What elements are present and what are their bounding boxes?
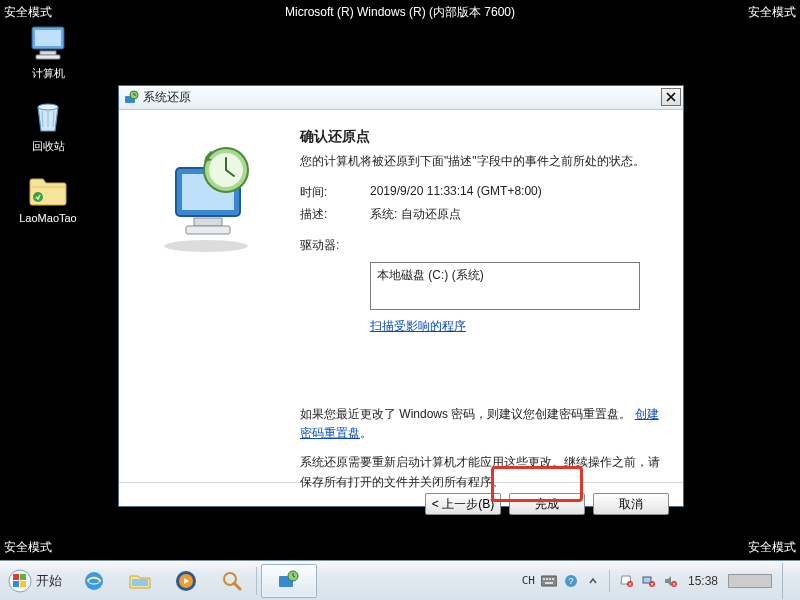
desc-label: 描述: bbox=[300, 206, 370, 223]
advice-block: 如果您最近更改了 Windows 密码，则建议您创建密码重置盘。 创建密码重置盘… bbox=[300, 405, 665, 492]
wizard-restore-icon bbox=[146, 138, 266, 258]
safe-mode-bl: 安全模式 bbox=[4, 539, 52, 556]
cancel-button[interactable]: 取消 bbox=[593, 493, 669, 515]
taskbar-magnifier[interactable] bbox=[210, 564, 254, 598]
desktop-icon-recycle[interactable]: 回收站 bbox=[12, 97, 84, 154]
safe-mode-tl: 安全模式 bbox=[4, 4, 52, 21]
keyboard-icon[interactable] bbox=[541, 573, 557, 589]
taskbar-media-player[interactable] bbox=[164, 564, 208, 598]
svg-rect-17 bbox=[20, 574, 26, 580]
network-icon[interactable]: ✕ bbox=[640, 573, 656, 589]
wizard-heading: 确认还原点 bbox=[300, 128, 665, 146]
drives-row: 驱动器: bbox=[300, 237, 665, 254]
ie-icon bbox=[81, 568, 107, 594]
wizard-content-pane: 确认还原点 您的计算机将被还原到下面"描述"字段中的事件之前所处的状态。 时间:… bbox=[292, 110, 683, 482]
wizard-subtitle: 您的计算机将被还原到下面"描述"字段中的事件之前所处的状态。 bbox=[300, 152, 665, 170]
restore-task-icon bbox=[276, 570, 302, 592]
svg-point-8 bbox=[164, 240, 248, 252]
system-restore-dialog: 系统还原 bbox=[118, 85, 684, 507]
start-label: 开始 bbox=[36, 572, 62, 590]
date-placeholder bbox=[728, 574, 772, 588]
desktop-icon-label: 回收站 bbox=[32, 139, 65, 154]
computer-icon bbox=[24, 24, 72, 64]
svg-rect-30 bbox=[546, 578, 548, 580]
magnifier-icon bbox=[219, 568, 245, 594]
close-icon bbox=[666, 92, 676, 102]
svg-rect-31 bbox=[549, 578, 551, 580]
advice1-pre: 如果您最近更改了 Windows 密码，则建议您创建密码重置盘。 bbox=[300, 407, 631, 421]
svg-rect-19 bbox=[20, 581, 26, 587]
svg-rect-3 bbox=[36, 55, 60, 59]
svg-rect-29 bbox=[543, 578, 545, 580]
restore-time-row: 时间: 2019/9/20 11:33:14 (GMT+8:00) bbox=[300, 184, 665, 201]
ime-indicator[interactable]: CH bbox=[522, 574, 535, 587]
action-center-icon[interactable]: ✕ bbox=[618, 573, 634, 589]
taskbar: 开始 bbox=[0, 560, 800, 600]
restore-desc-row: 描述: 系统: 自动还原点 bbox=[300, 206, 665, 223]
folder-icon bbox=[24, 170, 72, 210]
svg-rect-1 bbox=[35, 30, 61, 46]
desktop-icons: 计算机 回收站 LaoMaoTao bbox=[12, 24, 84, 224]
svg-point-4 bbox=[38, 104, 58, 110]
svg-text:✕: ✕ bbox=[650, 581, 654, 587]
svg-rect-32 bbox=[552, 578, 554, 580]
dialog-title: 系统还原 bbox=[143, 89, 191, 106]
folder-icon bbox=[127, 568, 153, 594]
windows-logo-icon bbox=[8, 569, 32, 593]
time-label: 时间: bbox=[300, 184, 370, 201]
taskbar-running-restore[interactable] bbox=[261, 564, 317, 598]
chevron-up-icon[interactable] bbox=[585, 573, 601, 589]
wizard-graphic-pane bbox=[119, 110, 292, 482]
drives-listbox[interactable]: 本地磁盘 (C:) (系统) bbox=[370, 262, 640, 310]
wmp-icon bbox=[173, 568, 199, 594]
desktop-icon-computer[interactable]: 计算机 bbox=[12, 24, 84, 81]
restore-icon bbox=[123, 90, 139, 106]
desktop-icon-label: LaoMaoTao bbox=[19, 212, 77, 224]
drive-item[interactable]: 本地磁盘 (C:) (系统) bbox=[377, 267, 633, 284]
taskbar-ie[interactable] bbox=[72, 564, 116, 598]
svg-rect-33 bbox=[545, 582, 553, 584]
desktop-icon-laomaotao[interactable]: LaoMaoTao bbox=[12, 170, 84, 224]
close-button[interactable] bbox=[661, 88, 681, 106]
scan-affected-link[interactable]: 扫描受影响的程序 bbox=[370, 318, 466, 335]
dialog-body: 确认还原点 您的计算机将被还原到下面"描述"字段中的事件之前所处的状态。 时间:… bbox=[119, 110, 683, 482]
svg-rect-12 bbox=[186, 226, 230, 234]
desc-value: 系统: 自动还原点 bbox=[370, 206, 461, 223]
finish-button[interactable]: 完成 bbox=[509, 493, 585, 515]
os-build-label: Microsoft (R) Windows (R) (内部版本 7600) bbox=[285, 4, 515, 21]
back-button[interactable]: < 上一步(B) bbox=[425, 493, 501, 515]
safe-mode-tr: 安全模式 bbox=[748, 4, 796, 21]
show-desktop-button[interactable] bbox=[782, 563, 792, 599]
advice1-post: 。 bbox=[360, 426, 372, 440]
desktop-icon-label: 计算机 bbox=[32, 66, 65, 81]
svg-text:?: ? bbox=[568, 576, 573, 586]
volume-icon[interactable]: ✕ bbox=[662, 573, 678, 589]
desktop: 安全模式 安全模式 安全模式 安全模式 Microsoft (R) Window… bbox=[0, 0, 800, 600]
recycle-icon bbox=[24, 97, 72, 137]
help-icon[interactable]: ? bbox=[563, 573, 579, 589]
svg-point-5 bbox=[33, 192, 43, 202]
system-tray: CH ? ✕ ✕ ✕ 15:38 bbox=[522, 563, 796, 599]
svg-text:✕: ✕ bbox=[628, 581, 632, 587]
taskbar-separator bbox=[256, 567, 257, 595]
time-value: 2019/9/20 11:33:14 (GMT+8:00) bbox=[370, 184, 542, 201]
clock[interactable]: 15:38 bbox=[688, 574, 718, 588]
titlebar[interactable]: 系统还原 bbox=[119, 86, 683, 110]
start-button[interactable]: 开始 bbox=[4, 565, 70, 597]
taskbar-explorer[interactable] bbox=[118, 564, 162, 598]
svg-rect-18 bbox=[13, 581, 19, 587]
svg-text:✕: ✕ bbox=[672, 581, 676, 587]
svg-rect-28 bbox=[541, 576, 557, 586]
drives-label: 驱动器: bbox=[300, 237, 370, 254]
svg-rect-11 bbox=[194, 218, 222, 226]
tray-separator bbox=[609, 570, 610, 592]
svg-rect-2 bbox=[40, 51, 56, 55]
svg-rect-22 bbox=[132, 579, 148, 586]
safe-mode-br: 安全模式 bbox=[748, 539, 796, 556]
svg-rect-16 bbox=[13, 574, 19, 580]
advice2-text: 系统还原需要重新启动计算机才能应用这些更改。继续操作之前，请保存所有打开的文件并… bbox=[300, 453, 665, 491]
